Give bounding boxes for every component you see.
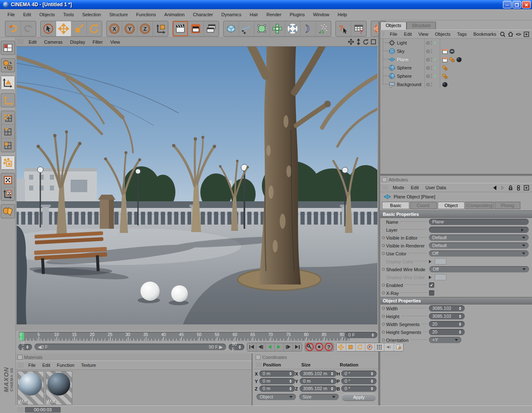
- restore-button[interactable]: ❐: [512, 1, 521, 8]
- attr-tab-phong[interactable]: Phong: [495, 202, 520, 209]
- record-keyframe-button[interactable]: [305, 343, 315, 351]
- layer-dot[interactable]: [426, 74, 430, 78]
- record-pla-button[interactable]: [375, 343, 384, 351]
- height-spinner[interactable]: 3085.102: [429, 313, 465, 319]
- om-menu-file[interactable]: File: [387, 30, 401, 38]
- layer-field[interactable]: [429, 227, 529, 233]
- redo-button[interactable]: [21, 21, 36, 36]
- polygon-mode-button[interactable]: [1, 138, 15, 152]
- visible-in-editor-dropdown[interactable]: Default: [429, 235, 529, 241]
- visible-in-renderer-dropdown[interactable]: Default: [429, 242, 529, 249]
- expand-arrow-icon[interactable]: [429, 276, 433, 279]
- environment-button[interactable]: [300, 21, 316, 36]
- material-tile[interactable]: Mat: [46, 371, 72, 405]
- live-selection-button[interactable]: [41, 21, 56, 36]
- preview-range-slider[interactable]: ◀ 0 F 90 F ▶: [34, 344, 226, 350]
- edge-mode-button[interactable]: [1, 125, 15, 138]
- object-row-sphere[interactable]: Sphere✓: [380, 64, 532, 72]
- drag-grip-icon[interactable]: [256, 362, 261, 368]
- phong-tag-icon[interactable]: [449, 57, 455, 63]
- om-menu-view[interactable]: View: [415, 30, 432, 38]
- attr-tab-coord-[interactable]: Coord.: [410, 202, 437, 209]
- lock-z-button[interactable]: Z: [138, 21, 153, 36]
- eye-icon[interactable]: [515, 31, 522, 37]
- spinner-arrows-icon[interactable]: [369, 371, 373, 377]
- orientation-dropdown[interactable]: +Y: [429, 337, 461, 343]
- spinner-arrows-icon[interactable]: [288, 386, 292, 392]
- viewport-menu-filter[interactable]: Filter: [89, 38, 106, 46]
- primitive-cube-button[interactable]: [224, 21, 239, 36]
- drag-grip-icon[interactable]: [17, 39, 23, 45]
- menu-help[interactable]: Help: [333, 10, 351, 19]
- material-tag-icon[interactable]: [456, 57, 462, 63]
- layer-dot[interactable]: [426, 66, 430, 70]
- menu-character[interactable]: Character: [189, 10, 217, 19]
- subdivision-surface-button[interactable]: [254, 21, 270, 36]
- menu-window[interactable]: Window: [309, 10, 333, 19]
- object-row-background[interactable]: Background: [380, 80, 532, 89]
- tab-structure[interactable]: Structure: [406, 22, 436, 30]
- enabled-checkbox[interactable]: ✓: [429, 282, 434, 288]
- sound-button[interactable]: [384, 343, 394, 351]
- viewport-menu-edit[interactable]: Edit: [25, 38, 40, 46]
- layer-dot[interactable]: [426, 83, 430, 87]
- drag-grip-icon[interactable]: [382, 32, 385, 37]
- layer-dot[interactable]: [426, 49, 430, 53]
- object-row-sky[interactable]: Sky: [380, 47, 532, 55]
- menu-functions[interactable]: Functions: [132, 10, 160, 19]
- coord-size-z-spinner[interactable]: 3085.102 m: [300, 386, 337, 392]
- visibility-dots[interactable]: [424, 80, 440, 89]
- expand-arrow-icon[interactable]: [429, 260, 433, 263]
- menu-selection[interactable]: Selection: [78, 10, 105, 19]
- visibility-dots[interactable]: [424, 47, 440, 55]
- menu-structure[interactable]: Structure: [105, 10, 132, 19]
- render-settings-button[interactable]: [188, 21, 204, 36]
- lock-icon[interactable]: [507, 185, 514, 191]
- shaded-wire-color-swatch[interactable]: [435, 274, 446, 280]
- current-frame-field[interactable]: 0 F: [345, 332, 377, 338]
- help-button[interactable]: ?: [336, 21, 351, 36]
- lock-x-button[interactable]: X: [107, 21, 122, 36]
- menu-plugins[interactable]: Plugins: [286, 10, 309, 19]
- viewport-canvas[interactable]: [17, 47, 377, 324]
- maximize-view-icon[interactable]: [370, 39, 377, 45]
- tab-objects[interactable]: Objects: [380, 22, 406, 30]
- prev-frame-button[interactable]: [266, 343, 275, 351]
- enabled-check-icon[interactable]: ✓: [433, 57, 438, 62]
- menu-tools[interactable]: Tools: [59, 10, 78, 19]
- texture-mode-button[interactable]: [1, 173, 15, 187]
- attr-tab-basic[interactable]: Basic: [382, 202, 409, 209]
- zoom-view-icon[interactable]: [355, 39, 362, 45]
- spinner-arrows-icon[interactable]: [457, 329, 461, 335]
- height-segments-spinner[interactable]: 20: [429, 329, 465, 335]
- array-button[interactable]: [270, 21, 285, 36]
- material-tile[interactable]: Mat: [17, 371, 44, 405]
- record-parameter-button[interactable]: P: [365, 343, 375, 351]
- coord-size-y-spinner[interactable]: 0 m: [300, 378, 337, 384]
- home-icon[interactable]: [507, 31, 514, 37]
- model-mode-button[interactable]: [1, 76, 15, 89]
- menu-hair[interactable]: Hair: [246, 10, 262, 19]
- prev-key-button[interactable]: [256, 343, 266, 351]
- menu-render[interactable]: Render: [262, 10, 286, 19]
- keyframe-presets-button[interactable]: [394, 343, 403, 351]
- goto-start-button[interactable]: [247, 343, 256, 351]
- visibility-dots[interactable]: ✓: [424, 39, 440, 47]
- selection-tool-button[interactable]: [1, 205, 15, 218]
- new-panel-icon[interactable]: [523, 31, 530, 37]
- use-color-dropdown[interactable]: Off: [429, 250, 529, 257]
- new-panel-icon[interactable]: [523, 185, 530, 191]
- sky-material-tag-icon[interactable]: [449, 48, 455, 54]
- menu-dynamics[interactable]: Dynamics: [217, 10, 246, 19]
- spinner-arrows-icon[interactable]: [329, 378, 333, 384]
- om-menu-tags[interactable]: Tags: [454, 30, 470, 38]
- coord-rotation-h-spinner[interactable]: 0 °: [341, 371, 377, 377]
- enabled-check-icon[interactable]: ✓: [433, 74, 438, 79]
- drag-grip-icon[interactable]: [17, 363, 23, 368]
- texture-axis-mode-button[interactable]: [1, 187, 15, 200]
- materials-menu-edit[interactable]: Edit: [39, 361, 54, 369]
- next-frame-button[interactable]: [284, 343, 293, 351]
- record-rotation-button[interactable]: [356, 343, 365, 351]
- record-position-button[interactable]: [337, 343, 346, 351]
- coord-rotation-b-spinner[interactable]: 0 °: [341, 386, 377, 392]
